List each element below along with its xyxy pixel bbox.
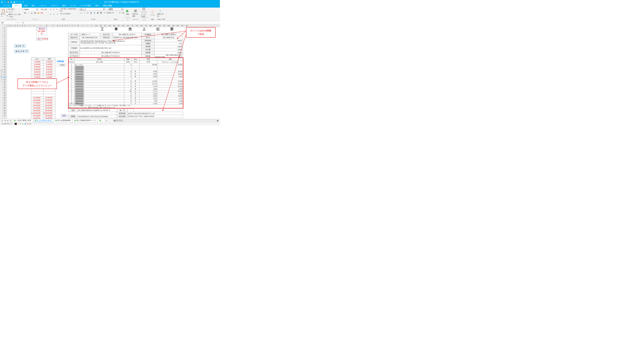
font-size-input[interactable]: [36, 8, 41, 11]
doc-icon[interactable]: ▤: [10, 1, 13, 3]
merge-button[interactable]: ⊞ セルの結合 ▾: [61, 13, 71, 16]
status-icon[interactable]: ▭: [22, 123, 24, 125]
status-icon[interactable]: [15, 123, 17, 125]
format-painter-button[interactable]: 🖌 書式のコピー/貼り付け: [6, 13, 22, 18]
sheet-tab[interactable]: 売上伝票登録 (税込): [33, 119, 53, 122]
detail-listview[interactable]: No商品名数量単位単価金額OW(W14[品名_品番][数量][単位][単価]=I…: [68, 58, 183, 105]
wrap-text-button[interactable]: ⤶ 折り返して全体を表示する: [60, 8, 78, 12]
font-grow-icon[interactable]: A▴: [41, 8, 44, 11]
celltype-select[interactable]: (なし): [80, 8, 105, 11]
formula-bar: ✕ ✓ fx: [0, 21, 220, 24]
clear-button[interactable]: ◇クリア: [150, 9, 155, 17]
border-button[interactable]: ⊞▾: [34, 12, 37, 14]
confirm-icon[interactable]: ✓: [20, 22, 21, 24]
book-icon[interactable]: ▦: [13, 1, 16, 3]
font-shrink-icon[interactable]: A▾: [44, 8, 47, 11]
status-icon[interactable]: ▤: [30, 123, 31, 125]
start-button[interactable]: ▶開始: [125, 8, 130, 16]
sales-slip-list-button[interactable]: ▦売上伝票一覧: [14, 50, 29, 53]
status-icon[interactable]: fx: [20, 123, 21, 125]
undo-icon[interactable]: ↶: [16, 1, 19, 3]
sheet-tabs: ⏮ ◀ ▶ ⏭ 一覧表工事売上伝票売上伝票登録 (税込)売上伝票登録材料売上伝票…: [0, 119, 220, 122]
redo-icon[interactable]: ↷: [19, 1, 22, 3]
spreadsheet-area[interactable]: ABCDEFGHIJKLMNOPQRSTUVWXYZAAABACADAEAFAG…: [3, 24, 220, 119]
form-title: 工 事 売 上 伝 票: [101, 27, 177, 32]
tab-report[interactable]: レポート: [38, 4, 49, 8]
cut-button[interactable]: ✂ 切り取り: [6, 8, 22, 10]
tab-auth[interactable]: ユーザー認証: [78, 4, 93, 8]
status-icon[interactable]: ✎: [18, 123, 19, 125]
grid-icon: ▦: [16, 45, 17, 47]
cond-format-button[interactable]: ▦条件付き書式: [132, 9, 138, 17]
tab-nav-first[interactable]: ⏮: [1, 120, 4, 121]
status-icon[interactable]: ▤: [27, 123, 29, 125]
align-left-icon[interactable]: ≡: [49, 13, 52, 16]
ribbon: 📋貼り付け ✂ 切り取り ⿻ コピー 🖌 書式のコピー/貼り付け クリップボード…: [0, 8, 220, 21]
ribbon-tabs: ファイル ホーム 作成 挿入 レポート デザイン 数式 データ ユーザー認証 発…: [0, 4, 220, 8]
page-navigation-sidebar[interactable]: ページナビゲーション: [0, 24, 3, 119]
tax-label: 税: [37, 38, 41, 41]
tab-formula[interactable]: 数式: [61, 4, 68, 8]
svg-line-0: [57, 77, 69, 83]
status-bar: セル表示モード : ✎ fx ▭ ▦ ▤ ▤: [0, 122, 220, 125]
sheet-tab[interactable]: 一覧表工事売上伝票: [13, 119, 33, 122]
tab-add[interactable]: ⊕: [105, 120, 108, 121]
tax-rate-label: 税率: [61, 114, 67, 117]
titlebar: ▶• 💾 ▤ ▦ ↶ ↷ ▾ ★☆公共最新.fgcp - Forguncy 6 …: [0, 0, 220, 4]
underline-button[interactable]: U: [30, 12, 33, 14]
font-color-button[interactable]: A▾: [40, 12, 43, 14]
sheet-tab[interactable]: 売上伝票登録材料: [54, 119, 72, 122]
number-format-select[interactable]: 標準: [108, 8, 123, 11]
grid-icon: ▦: [16, 50, 17, 52]
tab-insert[interactable]: 挿入: [30, 4, 38, 8]
copy-button[interactable]: ⿻ コピー: [6, 11, 22, 13]
find-button[interactable]: ⌕検索と置換: [157, 9, 163, 17]
horizontal-scrollbar[interactable]: ◀ ▶: [113, 120, 219, 122]
tab-design[interactable]: デザイン: [49, 4, 61, 8]
tab-publish[interactable]: 発行: [93, 4, 101, 8]
italic-button[interactable]: I: [27, 12, 30, 14]
paste-button[interactable]: 📋貼り付け: [1, 9, 6, 17]
fx-icon[interactable]: fx: [23, 22, 24, 24]
callout-left: 売上の詳細テーブルと データ連結したリストビュー: [18, 78, 57, 89]
save-icon[interactable]: 💾: [7, 1, 9, 3]
detail-title: 見積明細: [57, 60, 64, 63]
fill-color-button[interactable]: ◆▾: [37, 12, 40, 14]
tab-advanced[interactable]: 高度な機能: [101, 4, 114, 8]
tab-home[interactable]: ホーム: [12, 4, 22, 8]
bottom-form: 見積売上情報.見積Noter=(見積NO eq "&IF(IS ▼ 値 引 税抜…: [68, 109, 183, 118]
estimate-list-button[interactable]: ▦見積一覧: [14, 44, 26, 48]
play-icon[interactable]: ▶: [1, 1, 3, 3]
tab-nav-next[interactable]: ▶: [7, 120, 9, 121]
align-top-icon[interactable]: ≡: [49, 8, 52, 11]
uriage-info-cell[interactable]: [売上情報.売: [37, 30, 47, 35]
status-icon[interactable]: ▦: [25, 123, 26, 125]
formula-input[interactable]: ✕ ✓ fx: [17, 21, 219, 24]
tab-file[interactable]: ファイル: [1, 4, 12, 8]
sheet-tab[interactable]: …: [98, 119, 105, 122]
cancel-icon[interactable]: ✕: [17, 22, 19, 24]
callout-right: ロジックはExcel関数 で実装: [186, 27, 215, 38]
listview-footer: リストビュー2 行テンプレートを編集してください。データ連結されているテーブル名…: [68, 102, 132, 109]
tax-value[interactable]: =ODATA: [41, 38, 48, 40]
bold-button[interactable]: B: [24, 12, 27, 14]
listview-button[interactable]: ▤リストビューとして設定: [141, 8, 147, 16]
window-title: ★☆公共最新.fgcp - Forguncy 6 Builder Pro: [25, 1, 219, 3]
quick-access[interactable]: ▶• 💾 ▤ ▦ ↶ ↷ ▾: [1, 1, 25, 3]
tab-create[interactable]: 作成: [22, 4, 30, 8]
tab-nav-last[interactable]: ⏭: [9, 120, 12, 121]
font-name-input[interactable]: [24, 8, 36, 11]
bulk-delete-button[interactable]: 一括削除: [57, 64, 66, 66]
header-form: カードNo上情報.カード 売上月日[売上情報.売上月日] ▼ 伝票番号[売上情報…: [68, 33, 183, 58]
cell-reference-input[interactable]: [1, 21, 16, 24]
tab-nav-prev[interactable]: ◀: [4, 120, 6, 121]
tab-data[interactable]: データ: [68, 4, 78, 8]
sheet-tab[interactable]: 売上伝票確定材料3ページ: [73, 119, 97, 122]
